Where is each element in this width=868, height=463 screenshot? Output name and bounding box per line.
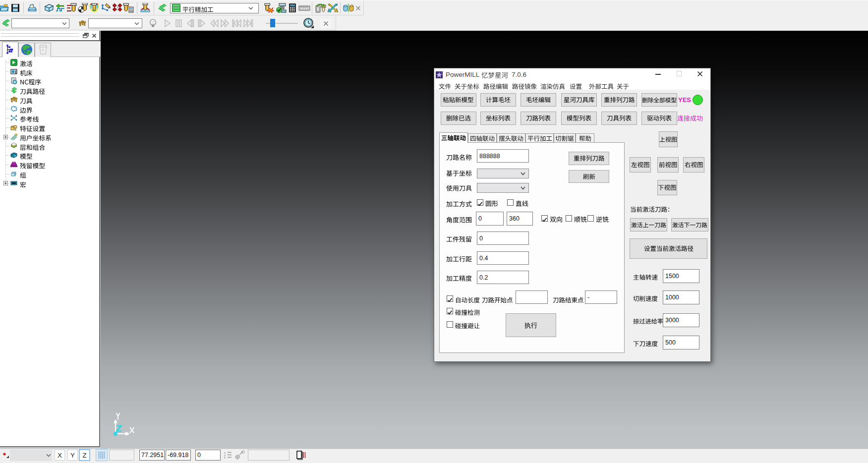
- svg-text:z: z: [224, 456, 226, 459]
